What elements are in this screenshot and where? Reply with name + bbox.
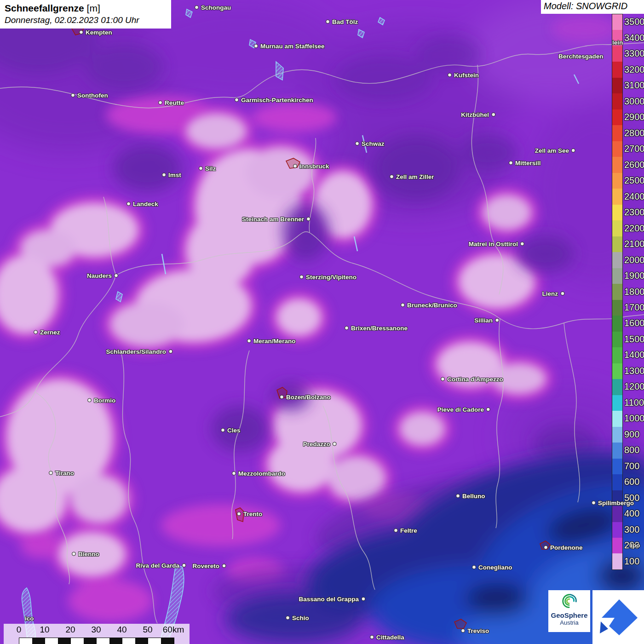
colorbar-cell bbox=[612, 141, 622, 157]
colorbar-tick-label: 200 bbox=[624, 540, 639, 551]
scalebar-segment bbox=[161, 638, 174, 644]
colorbar-tick-label: 1000 bbox=[624, 413, 644, 424]
colorbar-tick-label: 800 bbox=[624, 445, 639, 455]
colorbar-tick-label: 3400 bbox=[624, 32, 644, 43]
colorbar-cell bbox=[612, 62, 622, 77]
colorbar-cell bbox=[612, 173, 622, 189]
colorbar-cell bbox=[612, 284, 622, 299]
colorbar-tick-label: 400 bbox=[624, 508, 639, 519]
scalebar-segment bbox=[58, 638, 71, 644]
scalebar-segment bbox=[135, 638, 148, 644]
colorbar-tick-label: 2800 bbox=[624, 127, 644, 138]
colorbar-tick-label: 2400 bbox=[624, 191, 644, 201]
map-canvas bbox=[0, 0, 644, 644]
scalebar-tick-label: 10 bbox=[40, 625, 49, 635]
colorbar-cell bbox=[612, 189, 622, 204]
colorbar-tick-label: 2600 bbox=[624, 159, 644, 170]
scalebar-segment bbox=[97, 638, 109, 644]
colorbar-tick-label: 1800 bbox=[624, 286, 644, 297]
scalebar-tick-label: 0 bbox=[17, 625, 22, 635]
colorbar-cell bbox=[612, 332, 622, 347]
colorbar-tick-label: 600 bbox=[624, 477, 639, 487]
scalebar-tick-label: 60km bbox=[163, 625, 184, 635]
colorbar-cell bbox=[612, 157, 622, 172]
colorbar-tick-label: 1100 bbox=[624, 397, 644, 408]
colorbar-tick-label: 2000 bbox=[624, 254, 644, 265]
colorbar-tick-label: 2200 bbox=[624, 223, 644, 233]
title-unit: [m] bbox=[87, 3, 100, 13]
scalebar: 0102030405060km bbox=[4, 624, 190, 644]
colorbar-cell bbox=[612, 506, 622, 522]
model-label: Modell: SNOWGRID bbox=[541, 0, 644, 14]
colorbar-cell bbox=[612, 490, 622, 506]
colorbar-cell bbox=[612, 522, 622, 538]
page-title: Schneefallgrenze [m] bbox=[5, 2, 167, 14]
colorbar-cell bbox=[612, 268, 622, 284]
colorbar-tick-label: 700 bbox=[624, 460, 639, 471]
scalebar-segment bbox=[45, 638, 58, 644]
colorbar-cell bbox=[612, 379, 622, 395]
colorbar-tick-label: 3200 bbox=[624, 64, 644, 75]
colorbar-tick-label: 3500 bbox=[624, 17, 644, 27]
scalebar-tick-label: 30 bbox=[91, 625, 101, 635]
geosphere-swirl-icon bbox=[559, 592, 580, 610]
colorbar-tick-label: 500 bbox=[624, 492, 639, 503]
colorbar-cell bbox=[612, 538, 622, 553]
scalebar-tick-label: 50 bbox=[143, 625, 152, 635]
colorbar-cell bbox=[612, 443, 622, 458]
partner-logo bbox=[592, 590, 644, 644]
title-box: Schneefallgrenze [m] Donnerstag, 02.02.2… bbox=[0, 0, 171, 29]
scalebar-segment bbox=[84, 638, 97, 644]
scalebar-tick-label: 20 bbox=[65, 625, 75, 635]
colorbar-tick-label: 900 bbox=[624, 429, 639, 439]
scalebar-segment bbox=[71, 638, 84, 644]
colorbar-cell bbox=[612, 347, 622, 363]
colorbar-tick-label: 300 bbox=[624, 524, 639, 535]
scalebar-tick-label: 40 bbox=[117, 625, 126, 635]
colorbar-cell bbox=[612, 474, 622, 490]
colorbar-cell bbox=[612, 14, 622, 30]
colorbar-tick-label: 1600 bbox=[624, 318, 644, 328]
logo-sub: Austria bbox=[548, 619, 590, 626]
colorbar-tick-label: 1400 bbox=[624, 350, 644, 360]
scalebar-segment bbox=[32, 638, 45, 644]
colorbar-cell bbox=[612, 46, 622, 62]
colorbar-tick-label: 1200 bbox=[624, 381, 644, 392]
logo-name: GeoSphere bbox=[548, 611, 590, 619]
colorbar-tick-label: 1900 bbox=[624, 270, 644, 281]
colorbar-cell bbox=[612, 395, 622, 411]
colorbar-cell bbox=[612, 553, 622, 569]
scalebar-segment bbox=[122, 638, 135, 644]
scalebar-segment bbox=[19, 638, 32, 644]
colorbar-cell bbox=[612, 459, 622, 474]
colorbar-tick-label: 1300 bbox=[624, 365, 644, 376]
colorbar-cell bbox=[612, 411, 622, 426]
colorbar-cell bbox=[612, 109, 622, 125]
colorbar-cells bbox=[612, 14, 623, 570]
colorbar-cell bbox=[612, 427, 622, 443]
scalebar-bar bbox=[19, 638, 174, 644]
colorbar-tick-label: 2500 bbox=[624, 175, 644, 186]
colorbar-cell bbox=[612, 205, 622, 220]
blue-diamond-icon bbox=[592, 590, 644, 644]
title-datetime: Donnerstag, 02.02.2023 01:00 Uhr bbox=[5, 14, 167, 26]
colorbar-tick-label: 3000 bbox=[624, 96, 644, 106]
colorbar-cell bbox=[612, 30, 622, 46]
colorbar-tick-label: 2900 bbox=[624, 112, 644, 122]
colorbar-tick-label: 100 bbox=[624, 556, 639, 566]
colorbar: 3500340033003200310030002900280027002600… bbox=[612, 14, 623, 570]
colorbar-tick-label: 2700 bbox=[624, 144, 644, 154]
colorbar-cell bbox=[612, 220, 622, 236]
scalebar-segment bbox=[148, 638, 161, 644]
colorbar-tick-label: 2100 bbox=[624, 239, 644, 249]
colorbar-cell bbox=[612, 252, 622, 268]
colorbar-cell bbox=[612, 300, 622, 316]
title-main: Schneefallgrenze bbox=[5, 3, 84, 13]
colorbar-tick-label: 1700 bbox=[624, 302, 644, 312]
colorbar-tick-label: 2300 bbox=[624, 207, 644, 218]
colorbar-cell bbox=[612, 236, 622, 252]
colorbar-cell bbox=[612, 78, 622, 93]
colorbar-cell bbox=[612, 125, 622, 141]
colorbar-tick-label: 3100 bbox=[624, 80, 644, 91]
colorbar-tick-label: 3300 bbox=[624, 48, 644, 59]
